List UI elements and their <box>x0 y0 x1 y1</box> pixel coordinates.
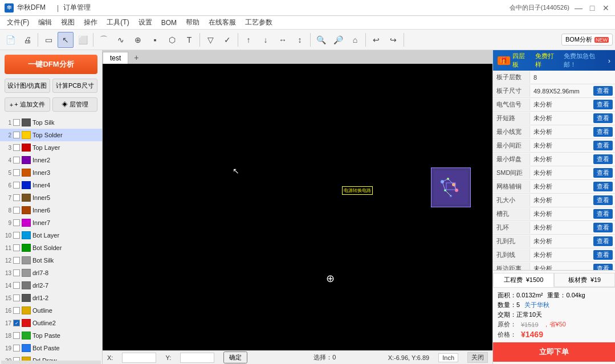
maximize-btn[interactable]: □ <box>588 3 597 13</box>
upload-btn[interactable]: ↑ <box>241 32 256 48</box>
zoom-out-btn[interactable]: 🔎 <box>330 32 346 48</box>
design-sim-btn[interactable]: 设计图/仿真图 <box>5 79 50 93</box>
arc-btn[interactable]: ∿ <box>113 32 129 48</box>
drc-btn[interactable]: ✓ <box>219 32 235 48</box>
filter-btn[interactable]: ▽ <box>202 32 218 48</box>
menu-operate[interactable]: 操作 <box>79 17 102 28</box>
confirm-btn[interactable]: 确定 <box>223 351 247 363</box>
right-row-btn-12[interactable]: 查看 <box>593 236 613 246</box>
titlebar-tab[interactable]: 订单管理 <box>63 3 91 13</box>
layer-item-bot-layer[interactable]: 10 Bot Layer <box>0 229 102 242</box>
route-btn[interactable]: ⌒ <box>96 32 112 48</box>
layer-item-inner5[interactable]: 7 Inner5 <box>0 191 102 204</box>
canvas-add-tab[interactable]: + <box>129 51 143 64</box>
menu-tools[interactable]: 工具(T) <box>102 17 133 28</box>
status-off[interactable]: 关闭 <box>467 352 488 363</box>
layer-check[interactable] <box>13 132 20 138</box>
select-btn[interactable]: ▭ <box>40 32 56 48</box>
download-btn[interactable]: ↓ <box>258 32 274 48</box>
bom-analysis-btn[interactable]: BOM分析 NEW <box>561 34 613 46</box>
via-btn[interactable]: ⊕ <box>130 32 146 48</box>
layer-item-drl2-7[interactable]: 14 drl2-7 <box>0 279 102 292</box>
layer-item-inner3[interactable]: 5 Inner3 <box>0 166 102 179</box>
layer-check[interactable] <box>13 244 20 251</box>
menu-help[interactable]: 帮助 <box>181 17 204 28</box>
right-row-btn-10[interactable]: 查看 <box>593 209 613 219</box>
right-row-btn-4[interactable]: 查看 <box>593 127 613 137</box>
layer-item-drl-draw[interactable]: 20 Drl Draw <box>0 354 102 361</box>
pricing-tab-engineering[interactable]: 工程费 ¥1500 <box>493 273 554 287</box>
layer-item-drl1-2[interactable]: 15 drl1-2 <box>0 292 102 304</box>
layer-item-top-solder[interactable]: 2 Top Solder <box>0 129 102 141</box>
flip-v-btn[interactable]: ↕ <box>292 32 308 48</box>
flip-h-btn[interactable]: ↔ <box>275 32 291 48</box>
y-input[interactable] <box>180 353 214 363</box>
dfm-analyze-btn[interactable]: 一键DFM分析 <box>5 55 97 74</box>
layer-check[interactable] <box>13 232 20 239</box>
poly-btn[interactable]: ⬡ <box>164 32 180 48</box>
status-unit[interactable]: Inch <box>438 353 458 362</box>
layer-check[interactable] <box>13 169 20 176</box>
layer-check[interactable] <box>13 157 20 163</box>
layer-check[interactable] <box>13 119 20 126</box>
layer-item-drl7-8[interactable]: 13 drl7-8 <box>0 267 102 279</box>
layer-check[interactable] <box>13 219 20 226</box>
layer-item-bot-solder[interactable]: 11 Bot Solder <box>0 242 102 254</box>
layer-check[interactable] <box>13 295 20 301</box>
right-row-btn-8[interactable]: 查看 <box>593 182 613 191</box>
layer-mgr-btn[interactable]: ◈ 层管理 <box>52 97 98 112</box>
layer-check[interactable] <box>13 257 20 264</box>
menu-settings[interactable]: 设置 <box>134 17 157 28</box>
right-row-btn-5[interactable]: 查看 <box>593 141 613 150</box>
cursor-btn[interactable]: ↖ <box>58 32 74 48</box>
layer-item-outline2[interactable]: 17 Outline2 <box>0 317 102 329</box>
menu-file[interactable]: 文件(F) <box>2 17 34 28</box>
layer-item-inner2[interactable]: 4 Inner2 <box>0 154 102 166</box>
right-row-btn-3[interactable]: 查看 <box>593 113 613 123</box>
text-btn[interactable]: T <box>181 32 197 48</box>
layer-item-top-layer[interactable]: 3 Top Layer <box>0 141 102 154</box>
menu-view[interactable]: 视图 <box>56 17 79 28</box>
zoom-in-btn[interactable]: 🔍 <box>313 32 329 48</box>
layer-item-outline[interactable]: 16 Outline <box>0 304 102 317</box>
pad-btn[interactable]: ▪ <box>147 32 163 48</box>
x-input[interactable] <box>122 353 156 363</box>
right-row-btn-2[interactable]: 查看 <box>593 100 613 109</box>
layer-check[interactable] <box>13 182 20 189</box>
right-row-btn-6[interactable]: 查看 <box>593 154 613 164</box>
right-row-btn-7[interactable]: 查看 <box>593 168 613 178</box>
layer-check[interactable] <box>13 320 20 326</box>
right-row-btn-1[interactable]: 查看 <box>593 86 613 96</box>
right-row-btn-14[interactable]: 查看 <box>593 264 613 270</box>
huaqiu-link[interactable]: 关于华秋 <box>524 301 549 309</box>
layer-check[interactable] <box>13 194 20 201</box>
redo-btn[interactable]: ↪ <box>385 32 401 48</box>
zoom-area-btn[interactable]: ⬜ <box>75 32 91 48</box>
right-row-btn-13[interactable]: 查看 <box>593 250 613 260</box>
print-btn[interactable]: 🖨 <box>19 32 35 48</box>
menu-edit[interactable]: 编辑 <box>34 17 56 28</box>
canvas-tab-test[interactable]: test <box>103 52 128 64</box>
menu-process[interactable]: 工艺参数 <box>241 17 277 28</box>
layer-check[interactable] <box>13 332 20 339</box>
canvas-viewport[interactable]: 电源转换电路 <box>103 64 492 350</box>
layer-item-top-silk[interactable]: 1 Top Silk <box>0 116 102 129</box>
order-btn[interactable]: 立即下单 <box>493 342 615 362</box>
layer-item-bot-paste[interactable]: 19 Bot Paste <box>0 342 102 354</box>
menu-bom[interactable]: BOM <box>157 18 181 28</box>
minimize-btn[interactable]: — <box>574 3 583 13</box>
layer-check[interactable] <box>13 207 20 214</box>
layer-check[interactable] <box>13 345 20 351</box>
calc-pcb-btn[interactable]: 计算PCB尺寸 <box>52 79 98 93</box>
layer-item-inner4[interactable]: 6 Inner4 <box>0 179 102 191</box>
layer-check[interactable] <box>13 269 20 276</box>
fit-btn[interactable]: ⌂ <box>347 32 363 48</box>
close-btn[interactable]: ✕ <box>601 3 610 13</box>
layer-item-inner6[interactable]: 8 Inner6 <box>0 204 102 216</box>
add-file-btn[interactable]: + + 追加文件 <box>5 97 50 112</box>
layer-item-inner7[interactable]: 9 Inner7 <box>0 216 102 229</box>
right-row-btn-9[interactable]: 查看 <box>593 195 613 205</box>
layer-item-bot-silk[interactable]: 12 Bot Silk <box>0 254 102 267</box>
layer-check[interactable] <box>13 144 20 151</box>
menu-service[interactable]: 在线客服 <box>204 17 241 28</box>
